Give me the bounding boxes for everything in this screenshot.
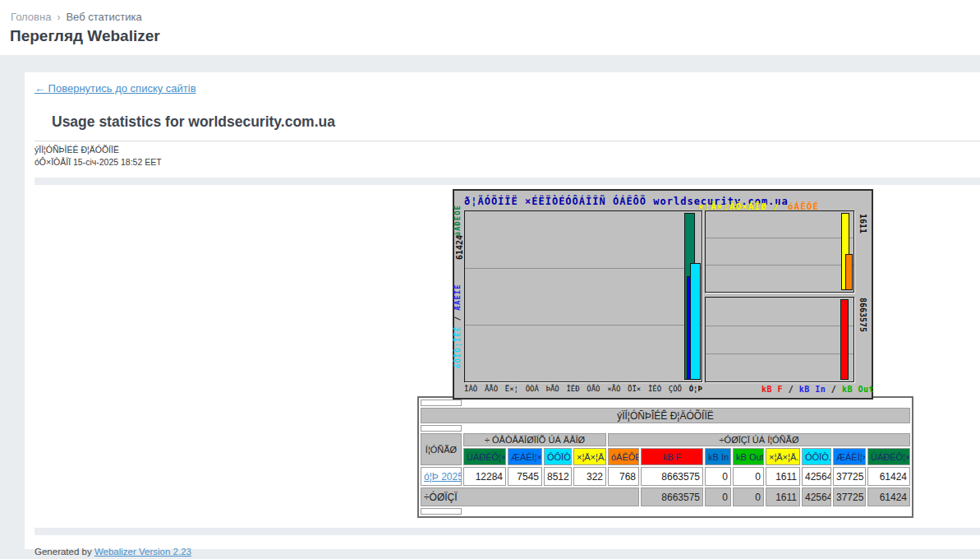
- month-axis: ÌÀÔ ÂÅÒ Ë×¦ ÔÒÁ ÞÅÒ ÌÉÐ ÓÅÒ ×ÅÒ ÖÏ× ÌÉÓ …: [464, 385, 702, 393]
- table-totals-row: ÷ÓØÏÇÏ 8663575 0 0 1611 42564 37725 6142…: [421, 487, 910, 506]
- content-card: ← Повернутись до списку сайтів Usage sta…: [25, 72, 980, 549]
- table-data-row: ó¦Þ 2025 12284 7545 8512 322 768 8663575…: [421, 467, 910, 486]
- col-header-hits-avg: ÚÁÐÉÔ¦×: [463, 448, 506, 465]
- col-header-hits: ÚÁÐÉÔ¦×: [867, 448, 910, 465]
- cell-hits-avg: 12284: [463, 467, 506, 486]
- breadcrumb-current: Веб статистика: [66, 11, 141, 23]
- col-header-files-avg: ÆÁÊÌ¦×: [508, 448, 542, 465]
- table-group-header-row: Í¦ÓÑÃØ ÷ ÓÅÒÅÄÎØÏÍÕ ÚÁ ÄÅÎØ ÷ÓØÏÇÏ ÚÁ Í¦…: [421, 433, 910, 446]
- table-title-row: ýÏÍ¦ÓÑÞÎÉÊ Ð¦ÄÓÕÍÏË: [421, 408, 910, 423]
- col-header-pages-avg: ÓÔÏÒ.: [544, 448, 572, 465]
- cell-pages: 42564: [802, 467, 831, 486]
- total-kbin: 0: [705, 487, 731, 506]
- total-visits: 1611: [766, 487, 800, 506]
- heading-divider: [35, 141, 980, 141]
- left-axis-label: óÔÏÒ¦ÎËÉ / ÆÁÊÌÉ úÁÐÉÔÉ: [453, 191, 463, 382]
- bar-pages: [690, 263, 701, 380]
- col-header-sites: óÁÊÔÉ: [608, 448, 639, 465]
- col-header-visits: ×¦Ä×¦Ä.: [766, 448, 800, 465]
- table-spacer-row: [421, 508, 910, 515]
- total-files: 37725: [833, 487, 866, 506]
- section-divider-bottom: [35, 528, 980, 535]
- kbytes-panel: [705, 297, 854, 382]
- total-kbf: 8663575: [641, 487, 703, 506]
- page-background: ← Повернутись до списку сайтів Usage sta…: [0, 55, 980, 559]
- cell-hits: 61424: [867, 467, 910, 486]
- gridline: [465, 325, 702, 326]
- col-header-kbin: kB In: [705, 448, 731, 465]
- top-header: Головна›Веб статистика Перегляд Webalize…: [0, 0, 980, 55]
- col-header-kbout: kB Out: [733, 448, 764, 465]
- report-heading: Usage statistics for worldsecurity.com.u…: [52, 113, 980, 131]
- col-header-pages: ÓÔÏÒ.: [802, 448, 831, 465]
- breadcrumb: Головна›Веб статистика: [11, 11, 142, 23]
- monthly-summary-table: ýÏÍ¦ÓÑÞÎÉÊ Ð¦ÄÓÕÍÏË Í¦ÓÑÃØ ÷ ÓÅÒÅÄÎØÏÍÕ …: [417, 396, 913, 518]
- month-tick: ÇÒÕ: [669, 385, 682, 393]
- total-pages: 42564: [802, 487, 831, 506]
- total-hits: 61424: [867, 487, 910, 506]
- month-tick-current: Ó¦Þ: [689, 385, 702, 393]
- max-visits-label: 1611: [858, 214, 867, 233]
- page-title: Перегляд Webalizer: [10, 27, 160, 45]
- month-total-group-header: ÷ÓØÏÇÏ ÚÁ Í¦ÓÑÃØ: [608, 433, 910, 446]
- generated-by-line: Generated by Webalizer Version 2.23: [35, 547, 980, 557]
- spacer-cell: [421, 508, 462, 515]
- col-header-files: ÆÁÊÌ¦×: [833, 448, 866, 465]
- visits-sites-panel: [705, 210, 854, 293]
- month-tick: Ë×¦: [505, 385, 518, 393]
- totals-label: ÷ÓØÏÇÏ: [421, 487, 639, 506]
- section-divider-top: [35, 178, 980, 185]
- table-spacer-row: [421, 425, 910, 432]
- usage-summary-graph: ð¦ÄÓÕÍÏË ×ÉËÏÒÉÓÔÁÎÎÑ ÓÁÊÔÕ worldsecurit…: [453, 189, 873, 400]
- bar-sites: [845, 254, 853, 290]
- month-tick: ÞÅÒ: [546, 385, 559, 393]
- month-tick: ÌÀÔ: [464, 385, 477, 393]
- month-tick: ×ÅÒ: [607, 385, 620, 393]
- back-to-sites-link[interactable]: ← Повернутись до списку сайтів: [35, 82, 196, 95]
- cell-kbin: 0: [705, 467, 731, 486]
- month-tick: ÌÉÓ: [648, 385, 661, 393]
- month-column-header: Í¦ÓÑÃØ: [421, 433, 462, 465]
- hits-files-pages-panel: [464, 210, 702, 382]
- col-header-visits-avg: ×¦Ä×¦Ä.: [573, 448, 606, 465]
- month-tick: ÓÅÒ: [587, 385, 600, 393]
- gridline: [706, 326, 853, 326]
- max-kbytes-label: 8663575: [858, 298, 867, 332]
- gridline: [465, 268, 702, 269]
- max-hits-label: 61424: [455, 235, 464, 260]
- month-tick: ÌÉÐ: [566, 385, 579, 393]
- monthly-summary-line: ýÏÍ¦ÓÑÞÎÉÊ Ð¦ÄÓÕÍÏË: [35, 144, 980, 156]
- breadcrumb-home[interactable]: Головна: [11, 11, 51, 23]
- total-kbout: 0: [733, 487, 764, 506]
- cell-sites: 768: [608, 467, 639, 486]
- cell-files-avg: 7545: [508, 467, 542, 486]
- table-spacer-row: [421, 400, 910, 406]
- gridline: [706, 238, 853, 238]
- cell-visits: 1611: [766, 467, 800, 486]
- cell-pages-avg: 8512: [544, 467, 572, 486]
- cell-files: 37725: [833, 467, 866, 486]
- gridline: [706, 265, 853, 266]
- month-tick: ÂÅÒ: [485, 385, 498, 393]
- month-tick: ÔÒÁ: [526, 385, 539, 393]
- gridline: [706, 353, 853, 354]
- cell-kbf: 8663575: [641, 467, 703, 486]
- table-title: ýÏÍ¦ÓÑÞÎÉÊ Ð¦ÄÓÕÍÏË: [421, 408, 910, 423]
- cell-visits-avg: 322: [573, 467, 606, 486]
- daily-average-group-header: ÷ ÓÅÒÅÄÎØÏÍÕ ÚÁ ÄÅÎØ: [463, 433, 606, 446]
- table-column-header-row: ÚÁÐÉÔ¦× ÆÁÊÌ¦× ÓÔÏÒ. ×¦Ä×¦Ä. óÁÊÔÉ kB F …: [421, 448, 910, 465]
- cell-kbout: 0: [733, 467, 764, 486]
- bar-kbytes: [840, 299, 849, 380]
- month-tick: ÖÏ×: [628, 385, 641, 393]
- kb-legend: kB F / kB In / kB Out: [761, 385, 874, 394]
- spacer-cell: [421, 400, 462, 406]
- month-report-link[interactable]: ó¦Þ 2025: [424, 471, 462, 483]
- generated-date-line: óÔ×ÏÒÅÎÏ 15-січ-2025 18:52 EET: [35, 156, 980, 169]
- spacer-cell: [421, 425, 462, 432]
- breadcrumb-separator: ›: [57, 12, 60, 23]
- webalizer-version-link[interactable]: Webalizer Version 2.23: [94, 547, 191, 557]
- col-header-kbf: kB F: [641, 448, 703, 465]
